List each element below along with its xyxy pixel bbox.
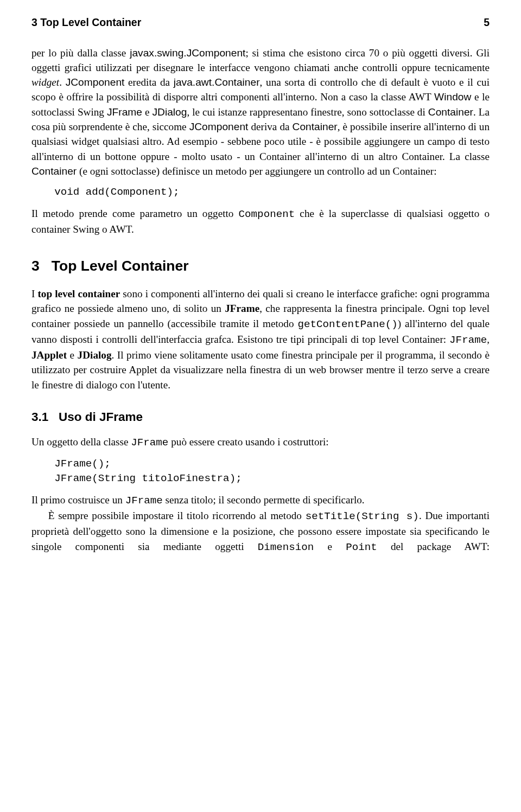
class-name: Container — [293, 121, 338, 132]
body-paragraph: per lo più dalla classe javax.swing.JCom… — [31, 46, 490, 178]
text-run: I — [31, 288, 37, 299]
code-line: void add(Component); — [54, 185, 490, 200]
text-run: Il primo costruisce un — [31, 494, 125, 506]
text-run: del package AWT: — [377, 541, 490, 552]
text-run: Il metodo prende come parametro un ogget… — [31, 208, 239, 219]
code-inline: JFrame — [449, 334, 487, 346]
text-run: e — [142, 106, 152, 118]
code-inline: JFrame — [125, 495, 163, 507]
running-title: 3 Top Level Container — [31, 15, 141, 30]
running-header: 3 Top Level Container 5 — [31, 15, 490, 30]
class-name: JFrame — [107, 106, 142, 118]
code-line: JFrame(); — [54, 457, 490, 471]
text-run: , le cui istanze rappresentano finestre,… — [187, 106, 428, 118]
text-run: e — [67, 349, 78, 361]
term-bold: JFrame — [225, 303, 259, 314]
text-run: (e ogni sottoclasse) definisce un metodo… — [77, 165, 436, 177]
class-name: Window — [434, 91, 471, 103]
term-bold: JApplet — [31, 349, 67, 361]
subsection-title: Uso di JFrame — [59, 410, 143, 424]
subsection-heading: 3.1 Uso di JFrame — [31, 408, 490, 426]
page-number: 5 — [484, 15, 490, 30]
subsection-number: 3.1 — [31, 410, 48, 424]
body-paragraph: Il primo costruisce un JFrame senza tito… — [31, 493, 490, 508]
term-bold: JDialog — [78, 349, 112, 361]
class-name: Container — [428, 106, 473, 118]
emphasis: widget — [31, 76, 59, 88]
text-run: e — [314, 541, 346, 552]
class-name: Container — [31, 165, 77, 177]
code-inline: getContentPane() — [298, 318, 398, 330]
code-inline: Dimension — [258, 541, 314, 553]
class-name: javax.swing.JComponent — [130, 47, 245, 59]
class-name: JComponent — [66, 76, 125, 88]
code-listing: void add(Component); — [54, 185, 490, 200]
section-number: 3 — [31, 258, 40, 274]
text-run: È sempre possibile impostare il titolo r… — [48, 510, 306, 521]
text-run: . — [59, 76, 65, 88]
code-inline: Point — [346, 541, 377, 553]
text-run: senza titolo; il secondo permette di spe… — [163, 494, 365, 506]
code-listing: JFrame(); JFrame(String titoloFinestra); — [54, 457, 490, 486]
body-paragraph: È sempre possibile impostare il titolo r… — [31, 508, 490, 555]
text-run: deriva da — [248, 121, 292, 132]
section-title: Top Level Container — [52, 258, 189, 274]
text-run: Un oggetto della classe — [31, 436, 131, 447]
text-run: può essere creato usando i costruttori: — [168, 436, 328, 447]
class-name: java.awt.Container — [174, 76, 260, 88]
class-name: JComponent — [189, 121, 249, 132]
code-line: JFrame(String titoloFinestra); — [54, 471, 490, 486]
body-paragraph: Il metodo prende come parametro un ogget… — [31, 206, 490, 237]
code-inline: JFrame — [131, 437, 168, 449]
body-paragraph: I top level container sono i componenti … — [31, 286, 490, 392]
code-inline: Component — [239, 208, 295, 220]
class-name: JDialog — [152, 106, 187, 118]
section-heading: 3 Top Level Container — [31, 256, 490, 277]
text-run: eredita da — [124, 76, 173, 88]
code-inline: setTitle(String s) — [306, 510, 419, 522]
text-run: per lo più dalla classe — [31, 47, 130, 59]
body-paragraph: Un oggetto della classe JFrame può esser… — [31, 434, 490, 450]
term-bold: top level container — [37, 288, 120, 299]
text-run: , — [487, 334, 490, 345]
